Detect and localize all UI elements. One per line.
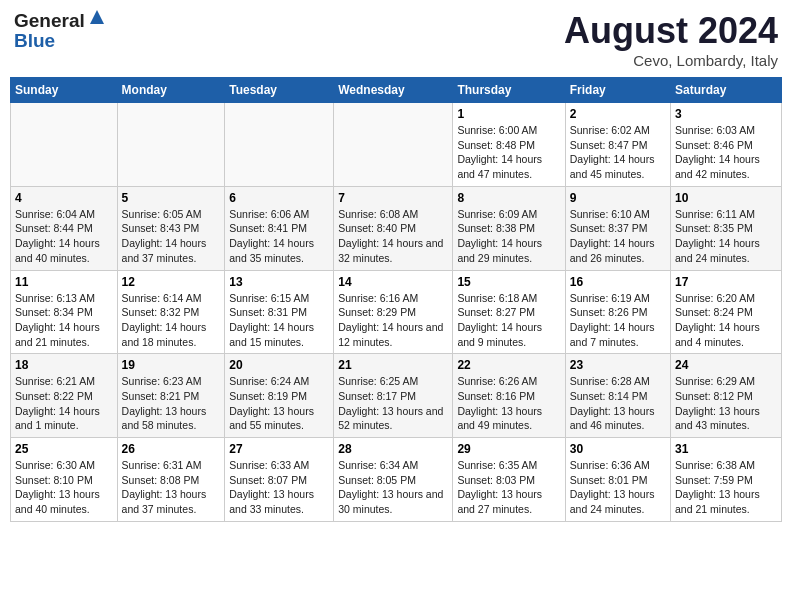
calendar-week-row: 1Sunrise: 6:00 AM Sunset: 8:48 PM Daylig… [11, 103, 782, 187]
day-number: 25 [15, 442, 113, 456]
table-row: 2Sunrise: 6:02 AM Sunset: 8:47 PM Daylig… [565, 103, 670, 187]
table-row: 10Sunrise: 6:11 AM Sunset: 8:35 PM Dayli… [671, 186, 782, 270]
table-row: 27Sunrise: 6:33 AM Sunset: 8:07 PM Dayli… [225, 438, 334, 522]
day-details: Sunrise: 6:02 AM Sunset: 8:47 PM Dayligh… [570, 123, 666, 182]
table-row: 21Sunrise: 6:25 AM Sunset: 8:17 PM Dayli… [334, 354, 453, 438]
day-details: Sunrise: 6:34 AM Sunset: 8:05 PM Dayligh… [338, 458, 448, 517]
table-row [334, 103, 453, 187]
calendar-week-row: 25Sunrise: 6:30 AM Sunset: 8:10 PM Dayli… [11, 438, 782, 522]
svg-marker-0 [90, 10, 104, 24]
header: General Blue August 2024 Cevo, Lombardy,… [10, 10, 782, 69]
table-row: 30Sunrise: 6:36 AM Sunset: 8:01 PM Dayli… [565, 438, 670, 522]
table-row: 3Sunrise: 6:03 AM Sunset: 8:46 PM Daylig… [671, 103, 782, 187]
title-area: August 2024 Cevo, Lombardy, Italy [564, 10, 778, 69]
day-details: Sunrise: 6:11 AM Sunset: 8:35 PM Dayligh… [675, 207, 777, 266]
day-number: 15 [457, 275, 560, 289]
table-row: 22Sunrise: 6:26 AM Sunset: 8:16 PM Dayli… [453, 354, 565, 438]
day-number: 5 [122, 191, 221, 205]
calendar-week-row: 18Sunrise: 6:21 AM Sunset: 8:22 PM Dayli… [11, 354, 782, 438]
table-row: 14Sunrise: 6:16 AM Sunset: 8:29 PM Dayli… [334, 270, 453, 354]
day-number: 26 [122, 442, 221, 456]
day-number: 16 [570, 275, 666, 289]
table-row: 15Sunrise: 6:18 AM Sunset: 8:27 PM Dayli… [453, 270, 565, 354]
day-number: 1 [457, 107, 560, 121]
day-number: 14 [338, 275, 448, 289]
day-details: Sunrise: 6:36 AM Sunset: 8:01 PM Dayligh… [570, 458, 666, 517]
day-number: 17 [675, 275, 777, 289]
day-number: 10 [675, 191, 777, 205]
day-details: Sunrise: 6:18 AM Sunset: 8:27 PM Dayligh… [457, 291, 560, 350]
day-number: 31 [675, 442, 777, 456]
day-details: Sunrise: 6:19 AM Sunset: 8:26 PM Dayligh… [570, 291, 666, 350]
header-row: Sunday Monday Tuesday Wednesday Thursday… [11, 78, 782, 103]
table-row: 11Sunrise: 6:13 AM Sunset: 8:34 PM Dayli… [11, 270, 118, 354]
table-row: 13Sunrise: 6:15 AM Sunset: 8:31 PM Dayli… [225, 270, 334, 354]
header-monday: Monday [117, 78, 225, 103]
table-row [117, 103, 225, 187]
logo: General Blue [14, 10, 106, 50]
day-number: 28 [338, 442, 448, 456]
day-details: Sunrise: 6:25 AM Sunset: 8:17 PM Dayligh… [338, 374, 448, 433]
day-number: 24 [675, 358, 777, 372]
table-row: 20Sunrise: 6:24 AM Sunset: 8:19 PM Dayli… [225, 354, 334, 438]
table-row: 31Sunrise: 6:38 AM Sunset: 7:59 PM Dayli… [671, 438, 782, 522]
logo-general-text: General [14, 11, 85, 30]
header-sunday: Sunday [11, 78, 118, 103]
day-details: Sunrise: 6:05 AM Sunset: 8:43 PM Dayligh… [122, 207, 221, 266]
day-details: Sunrise: 6:10 AM Sunset: 8:37 PM Dayligh… [570, 207, 666, 266]
calendar-table: Sunday Monday Tuesday Wednesday Thursday… [10, 77, 782, 522]
table-row: 5Sunrise: 6:05 AM Sunset: 8:43 PM Daylig… [117, 186, 225, 270]
day-details: Sunrise: 6:29 AM Sunset: 8:12 PM Dayligh… [675, 374, 777, 433]
table-row: 26Sunrise: 6:31 AM Sunset: 8:08 PM Dayli… [117, 438, 225, 522]
day-details: Sunrise: 6:09 AM Sunset: 8:38 PM Dayligh… [457, 207, 560, 266]
day-details: Sunrise: 6:03 AM Sunset: 8:46 PM Dayligh… [675, 123, 777, 182]
day-details: Sunrise: 6:23 AM Sunset: 8:21 PM Dayligh… [122, 374, 221, 433]
day-number: 29 [457, 442, 560, 456]
calendar-subtitle: Cevo, Lombardy, Italy [564, 52, 778, 69]
table-row [225, 103, 334, 187]
table-row: 4Sunrise: 6:04 AM Sunset: 8:44 PM Daylig… [11, 186, 118, 270]
table-row: 6Sunrise: 6:06 AM Sunset: 8:41 PM Daylig… [225, 186, 334, 270]
day-details: Sunrise: 6:06 AM Sunset: 8:41 PM Dayligh… [229, 207, 329, 266]
table-row: 16Sunrise: 6:19 AM Sunset: 8:26 PM Dayli… [565, 270, 670, 354]
day-details: Sunrise: 6:14 AM Sunset: 8:32 PM Dayligh… [122, 291, 221, 350]
day-details: Sunrise: 6:08 AM Sunset: 8:40 PM Dayligh… [338, 207, 448, 266]
day-number: 2 [570, 107, 666, 121]
table-row: 24Sunrise: 6:29 AM Sunset: 8:12 PM Dayli… [671, 354, 782, 438]
table-row: 9Sunrise: 6:10 AM Sunset: 8:37 PM Daylig… [565, 186, 670, 270]
day-number: 22 [457, 358, 560, 372]
day-details: Sunrise: 6:38 AM Sunset: 7:59 PM Dayligh… [675, 458, 777, 517]
logo-blue-text: Blue [14, 30, 55, 51]
day-number: 23 [570, 358, 666, 372]
table-row: 23Sunrise: 6:28 AM Sunset: 8:14 PM Dayli… [565, 354, 670, 438]
day-number: 12 [122, 275, 221, 289]
table-row: 17Sunrise: 6:20 AM Sunset: 8:24 PM Dayli… [671, 270, 782, 354]
day-number: 21 [338, 358, 448, 372]
table-row: 28Sunrise: 6:34 AM Sunset: 8:05 PM Dayli… [334, 438, 453, 522]
day-number: 13 [229, 275, 329, 289]
header-tuesday: Tuesday [225, 78, 334, 103]
day-number: 9 [570, 191, 666, 205]
day-number: 4 [15, 191, 113, 205]
table-row: 25Sunrise: 6:30 AM Sunset: 8:10 PM Dayli… [11, 438, 118, 522]
header-friday: Friday [565, 78, 670, 103]
day-number: 20 [229, 358, 329, 372]
day-details: Sunrise: 6:33 AM Sunset: 8:07 PM Dayligh… [229, 458, 329, 517]
table-row: 7Sunrise: 6:08 AM Sunset: 8:40 PM Daylig… [334, 186, 453, 270]
header-saturday: Saturday [671, 78, 782, 103]
day-details: Sunrise: 6:13 AM Sunset: 8:34 PM Dayligh… [15, 291, 113, 350]
table-row [11, 103, 118, 187]
table-row: 19Sunrise: 6:23 AM Sunset: 8:21 PM Dayli… [117, 354, 225, 438]
table-row: 29Sunrise: 6:35 AM Sunset: 8:03 PM Dayli… [453, 438, 565, 522]
day-details: Sunrise: 6:28 AM Sunset: 8:14 PM Dayligh… [570, 374, 666, 433]
calendar-week-row: 11Sunrise: 6:13 AM Sunset: 8:34 PM Dayli… [11, 270, 782, 354]
day-details: Sunrise: 6:16 AM Sunset: 8:29 PM Dayligh… [338, 291, 448, 350]
day-details: Sunrise: 6:35 AM Sunset: 8:03 PM Dayligh… [457, 458, 560, 517]
day-details: Sunrise: 6:00 AM Sunset: 8:48 PM Dayligh… [457, 123, 560, 182]
table-row: 18Sunrise: 6:21 AM Sunset: 8:22 PM Dayli… [11, 354, 118, 438]
day-details: Sunrise: 6:26 AM Sunset: 8:16 PM Dayligh… [457, 374, 560, 433]
table-row: 1Sunrise: 6:00 AM Sunset: 8:48 PM Daylig… [453, 103, 565, 187]
day-details: Sunrise: 6:21 AM Sunset: 8:22 PM Dayligh… [15, 374, 113, 433]
day-number: 3 [675, 107, 777, 121]
calendar-week-row: 4Sunrise: 6:04 AM Sunset: 8:44 PM Daylig… [11, 186, 782, 270]
